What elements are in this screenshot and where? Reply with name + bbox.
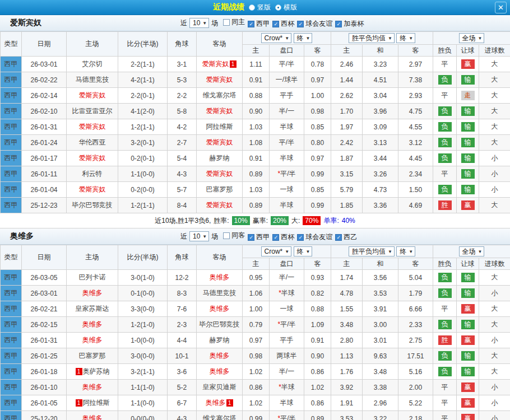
team-label: 维戈塞尔塔 xyxy=(203,91,237,99)
filter-checkbox-西甲[interactable]: ✓西甲 xyxy=(248,19,270,29)
handicap-result: 赢 xyxy=(457,333,479,348)
filter-checkbox-球会友谊[interactable]: ✓球会友谊 xyxy=(297,19,332,29)
col-header-score: 比分(半场) xyxy=(118,32,168,57)
corner-score: 3-6 xyxy=(168,364,197,380)
away-odds: 0.85 xyxy=(304,182,331,198)
wdl-result: 平 xyxy=(433,395,457,411)
home-team: 巴塞罗那 xyxy=(67,348,118,364)
filter-checkbox-西杯[interactable]: ✓西杯 xyxy=(272,232,294,242)
stat-label: 胜率: xyxy=(214,216,229,226)
league-cell: 西甲 xyxy=(1,317,22,333)
filter-checkbox-同主[interactable]: 同主 xyxy=(223,17,245,27)
odds-final-select[interactable]: 终 ▼ xyxy=(294,246,313,256)
home-team: 奥维多 xyxy=(67,380,118,395)
match-date: 26-03-01 xyxy=(22,57,67,72)
handicap-result: 赢 xyxy=(457,301,479,317)
col-header-type: 类型 xyxy=(1,32,22,57)
checkbox-checked-icon: ✓ xyxy=(272,21,279,27)
away-team: 马德里竞技 xyxy=(197,286,243,301)
handicap-line: 一球 xyxy=(270,182,304,198)
avg-away-odds: 6.66 xyxy=(398,301,433,317)
home-odds: 0.95 xyxy=(243,270,270,286)
home-odds: 1.02 xyxy=(243,364,270,380)
goals-result: 大 xyxy=(479,301,510,317)
radio-horizontal-layout[interactable]: 横版 xyxy=(275,3,297,12)
avg-home-odds: 4.78 xyxy=(331,286,363,301)
match-count-select[interactable]: 10 ▼ xyxy=(189,18,209,28)
score-cell: 4-2(1-1) xyxy=(118,72,168,88)
score-cell: 0-1(0-0) xyxy=(118,286,168,301)
handicap-result-badge: 输 xyxy=(461,288,475,298)
table-row: 西甲26-03-01艾尔切2-2(1-1)3-1爱斯宾奴11.11平/半0.78… xyxy=(1,57,510,72)
wdl-result-badge: 负 xyxy=(438,138,452,147)
avg-final-select[interactable]: 终 ▼ xyxy=(396,246,415,256)
odds-final-value: 终 xyxy=(297,247,304,256)
close-icon[interactable]: ✕ xyxy=(495,2,507,13)
odds-company-select[interactable]: Crow* ▼ xyxy=(261,246,292,256)
handicap-result-badge: 赢 xyxy=(461,304,475,314)
odds-final-select[interactable]: 终 ▼ xyxy=(294,33,313,43)
filter-checkbox-球会友谊[interactable]: ✓球会友谊 xyxy=(297,232,332,242)
avg-draw-odds: 3.22 xyxy=(363,411,398,420)
filter-checkbox-label: 西乙 xyxy=(344,232,357,242)
stat-label: 单率: xyxy=(323,216,339,226)
corner-score: 2-7 xyxy=(168,135,197,151)
team-label: 奥维多 xyxy=(210,273,230,281)
live-star-icon: * xyxy=(277,170,280,178)
home-team: 爱斯宾奴 xyxy=(67,119,118,135)
table-row: 西甲26-01-11利云特1-1(0-0)4-3爱斯宾奴0.89*平/半0.99… xyxy=(1,166,510,182)
match-count-select[interactable]: 10 ▼ xyxy=(189,231,209,241)
handicap-result-badge: 输 xyxy=(461,367,475,376)
handicap-line: *平/半 xyxy=(270,166,304,182)
games-label: 场 xyxy=(211,18,218,28)
handicap-result: 输 xyxy=(457,166,479,182)
corner-score: 8-3 xyxy=(168,286,197,301)
filter-checkbox-label: 球会友谊 xyxy=(305,19,332,29)
radio-vertical-layout[interactable]: 竖版 xyxy=(249,3,271,12)
handicap-line: 一/球半 xyxy=(270,72,304,88)
score-cell: 4-1(2-0) xyxy=(118,104,168,119)
score-cell: 3-0(1-0) xyxy=(118,270,168,286)
avg-final-select[interactable]: 终 ▼ xyxy=(396,33,415,43)
avg-home-odds: 3.92 xyxy=(331,380,363,395)
col-header-corner: 角球 xyxy=(168,245,197,270)
score-cell: 1-2(1-0) xyxy=(118,317,168,333)
checkbox-unchecked-icon xyxy=(223,232,230,239)
filter-checkbox-加泰杯[interactable]: ✓加泰杯 xyxy=(335,19,364,29)
avg-select[interactable]: 胜平负均值 ▼ xyxy=(349,246,395,256)
avg-select[interactable]: 胜平负均值 ▼ xyxy=(349,33,395,43)
wdl-result: 负 xyxy=(433,286,457,301)
team-label: 奥维多 xyxy=(82,289,103,297)
match-date: 26-01-24 xyxy=(22,135,67,151)
filter-checkbox-西杯[interactable]: ✓西杯 xyxy=(272,19,294,29)
league-cell: 西甲 xyxy=(1,119,22,135)
filter-checkbox-西乙[interactable]: ✓西乙 xyxy=(335,232,357,242)
handicap-result: 输 xyxy=(457,119,479,135)
avg-draw-odds: 3.48 xyxy=(363,364,398,380)
avg-draw-odds: 9.63 xyxy=(363,348,398,364)
away-odds: 0.98 xyxy=(304,104,331,119)
odds-company-select[interactable]: Crow* ▼ xyxy=(261,33,292,43)
col-header-date: 日期 xyxy=(22,245,67,270)
match-date: 26-01-10 xyxy=(22,380,67,395)
filter-checkbox-西甲[interactable]: ✓西甲 xyxy=(248,232,270,242)
table-row: 西甲26-01-04爱斯宾奴0-2(0-0)5-7巴塞罗那1.03一球0.855… xyxy=(1,182,510,198)
team-label: 毕尔巴鄂竞技 xyxy=(200,320,240,328)
match-count-value: 10 xyxy=(193,232,200,240)
wdl-result-badge: 负 xyxy=(438,153,452,163)
avg-draw-odds: 3.96 xyxy=(363,104,398,119)
scope-select[interactable]: 全场 ▼ xyxy=(459,246,485,256)
match-date: 25-12-20 xyxy=(22,411,67,420)
away-team: 奥维多1 xyxy=(197,395,243,411)
filter-checkbox-同客[interactable]: 同客 xyxy=(223,231,245,240)
team-label: 赫罗纳 xyxy=(210,154,230,162)
scope-select[interactable]: 全场 ▼ xyxy=(459,33,485,43)
away-odds: 0.97 xyxy=(304,72,331,88)
avg-away-odds: 4.69 xyxy=(398,198,433,213)
table-row: 西甲26-02-21皇家苏斯达3-3(0-0)7-6奥维多1.00一球0.881… xyxy=(1,301,510,317)
handicap-result-badge: 赢 xyxy=(461,59,475,69)
wdl-result-badge: 胜 xyxy=(438,200,452,210)
avg-away-odds: 4.45 xyxy=(398,151,433,166)
wdl-result: 平 xyxy=(433,301,457,317)
wdl-result: 负 xyxy=(433,317,457,333)
